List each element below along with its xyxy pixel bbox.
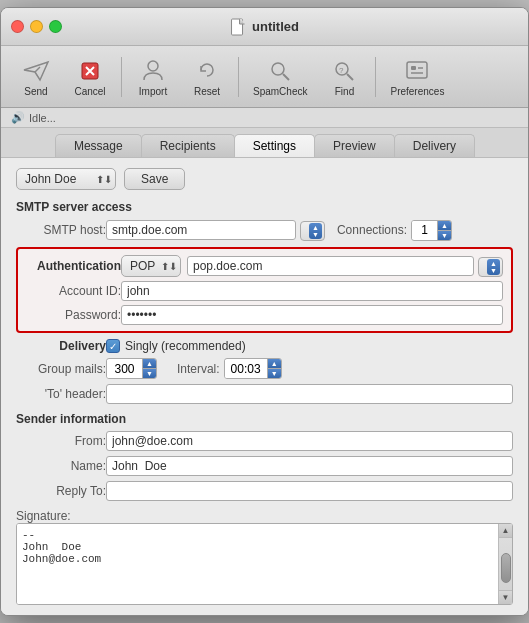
scrollbar-down-arrow[interactable]: ▼ bbox=[499, 590, 512, 604]
account-selector-wrapper: John Doe ⬆⬇ bbox=[16, 168, 116, 190]
name-input[interactable] bbox=[106, 456, 513, 476]
spamcheck-icon bbox=[264, 56, 296, 84]
smtp-host-up-arrow[interactable]: ▲ bbox=[310, 224, 321, 231]
interval-label: Interval: bbox=[177, 362, 220, 376]
auth-box: Authentication POP ⬆⬇ ▲ ▼ bbox=[16, 247, 513, 333]
maximize-button[interactable] bbox=[49, 20, 62, 33]
group-mails-down[interactable]: ▼ bbox=[143, 369, 156, 378]
delivery-row: Delivery ✓ Singly (recommended) bbox=[16, 339, 513, 353]
preferences-label: Preferences bbox=[390, 86, 444, 97]
smtp-section-header: SMTP server access bbox=[16, 200, 513, 214]
auth-host-up-arrow[interactable]: ▲ bbox=[488, 260, 499, 267]
svg-rect-8 bbox=[407, 62, 427, 78]
send-label: Send bbox=[24, 86, 47, 97]
spamcheck-label: SpamCheck bbox=[253, 86, 307, 97]
window-controls bbox=[11, 20, 62, 33]
smtp-host-stepper[interactable]: ▲ ▼ bbox=[300, 221, 325, 241]
svg-line-6 bbox=[347, 74, 353, 80]
interval-stepper[interactable]: ▲ ▼ bbox=[224, 358, 282, 379]
import-button[interactable]: Import bbox=[128, 52, 178, 101]
find-label: Find bbox=[335, 86, 354, 97]
find-button[interactable]: ? Find bbox=[319, 52, 369, 101]
preferences-button[interactable]: Preferences bbox=[382, 52, 452, 101]
smtp-host-arrows[interactable]: ▲ ▼ bbox=[309, 223, 322, 239]
group-mails-row: Group mails: ▲ ▼ Interval: ▲ ▼ bbox=[16, 358, 513, 379]
name-row: Name: bbox=[16, 456, 513, 476]
tab-message[interactable]: Message bbox=[55, 134, 142, 157]
smtp-host-row: SMTP host: ▲ ▼ Connections: ▲ ▼ bbox=[16, 219, 513, 241]
window-title: untitled bbox=[230, 18, 299, 36]
auth-host-stepper-wrapper: ▲ ▼ bbox=[478, 255, 503, 277]
settings-content: John Doe ⬆⬇ Save SMTP server access SMTP… bbox=[1, 158, 528, 615]
smtp-host-down-arrow[interactable]: ▼ bbox=[310, 231, 321, 238]
singly-label: Singly (recommended) bbox=[125, 339, 246, 353]
reset-icon bbox=[191, 56, 223, 84]
group-mails-input[interactable] bbox=[107, 360, 142, 378]
signature-textarea-wrapper: -- John Doe John@doe.com ▲ ▼ bbox=[16, 523, 513, 605]
document-icon bbox=[230, 18, 246, 36]
interval-up[interactable]: ▲ bbox=[268, 359, 281, 369]
singly-checkbox[interactable]: ✓ bbox=[106, 339, 120, 353]
send-button[interactable]: Send bbox=[11, 52, 61, 101]
import-label: Import bbox=[139, 86, 167, 97]
close-button[interactable] bbox=[11, 20, 24, 33]
tab-preview[interactable]: Preview bbox=[314, 134, 395, 157]
sender-section-header: Sender information bbox=[16, 412, 513, 426]
account-id-input[interactable] bbox=[121, 281, 503, 301]
auth-type-selector[interactable]: POP bbox=[121, 255, 181, 277]
name-label: Name: bbox=[16, 459, 106, 473]
connections-stepper[interactable]: ▲ ▼ bbox=[411, 220, 452, 241]
cancel-button[interactable]: Cancel bbox=[65, 52, 115, 101]
tabs-container: Message Recipients Settings Preview Deli… bbox=[1, 128, 528, 158]
reply-to-input[interactable] bbox=[106, 481, 513, 501]
signature-scrollbar[interactable]: ▲ ▼ bbox=[498, 524, 512, 604]
password-row: Password: bbox=[26, 305, 503, 325]
connections-up[interactable]: ▲ bbox=[438, 221, 451, 231]
titlebar: untitled bbox=[1, 8, 528, 46]
auth-host-input[interactable] bbox=[187, 256, 474, 276]
scrollbar-up-arrow[interactable]: ▲ bbox=[499, 524, 512, 538]
scrollbar-thumb[interactable] bbox=[501, 553, 511, 583]
save-button[interactable]: Save bbox=[124, 168, 185, 190]
group-mails-label: Group mails: bbox=[16, 362, 106, 376]
account-selector[interactable]: John Doe bbox=[16, 168, 116, 190]
reset-label: Reset bbox=[194, 86, 220, 97]
interval-input[interactable] bbox=[225, 360, 267, 378]
spamcheck-button[interactable]: SpamCheck bbox=[245, 52, 315, 101]
to-header-label: 'To' header: bbox=[16, 387, 106, 401]
toolbar-separator bbox=[121, 57, 122, 97]
svg-rect-9 bbox=[411, 66, 416, 70]
auth-type-row: Authentication POP ⬆⬇ ▲ ▼ bbox=[26, 255, 503, 277]
auth-host-down-arrow[interactable]: ▼ bbox=[488, 267, 499, 274]
auth-type-selector-wrapper: POP ⬆⬇ bbox=[121, 255, 181, 277]
smtp-host-input[interactable] bbox=[106, 220, 296, 240]
auth-host-arrows[interactable]: ▲ ▼ bbox=[487, 259, 500, 275]
to-header-input[interactable] bbox=[106, 384, 513, 404]
cancel-icon bbox=[74, 56, 106, 84]
reply-to-label: Reply To: bbox=[16, 484, 106, 498]
import-icon bbox=[137, 56, 169, 84]
auth-host-stepper[interactable]: ▲ ▼ bbox=[478, 257, 503, 277]
interval-down[interactable]: ▼ bbox=[268, 369, 281, 378]
tab-settings[interactable]: Settings bbox=[234, 134, 315, 157]
reset-button[interactable]: Reset bbox=[182, 52, 232, 101]
svg-line-4 bbox=[283, 74, 289, 80]
group-mails-up[interactable]: ▲ bbox=[143, 359, 156, 369]
group-mails-stepper[interactable]: ▲ ▼ bbox=[106, 358, 157, 379]
svg-text:?: ? bbox=[339, 66, 344, 75]
tab-recipients[interactable]: Recipients bbox=[141, 134, 235, 157]
signature-textarea[interactable]: -- John Doe John@doe.com bbox=[17, 524, 498, 604]
from-label: From: bbox=[16, 434, 106, 448]
from-input[interactable] bbox=[106, 431, 513, 451]
tab-delivery[interactable]: Delivery bbox=[394, 134, 475, 157]
svg-point-3 bbox=[272, 63, 284, 75]
send-icon bbox=[20, 56, 52, 84]
password-input[interactable] bbox=[121, 305, 503, 325]
toolbar: Send Cancel Import Reset SpamCheck bbox=[1, 46, 528, 108]
connections-down[interactable]: ▼ bbox=[438, 231, 451, 240]
reply-to-row: Reply To: bbox=[16, 481, 513, 501]
status-icon: 🔊 bbox=[11, 111, 25, 124]
connections-input[interactable] bbox=[412, 221, 437, 239]
smtp-host-label: SMTP host: bbox=[16, 223, 106, 237]
minimize-button[interactable] bbox=[30, 20, 43, 33]
